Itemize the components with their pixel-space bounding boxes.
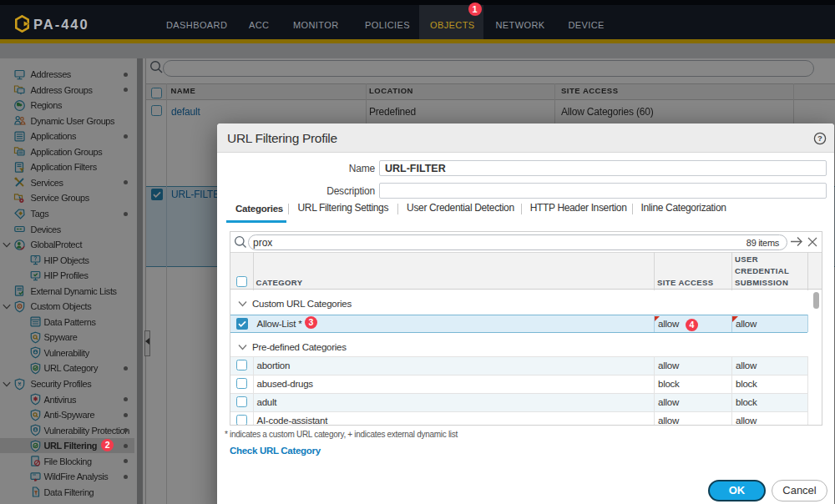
svg-text:?: ? (817, 134, 822, 143)
svg-text:?: ? (34, 255, 38, 261)
